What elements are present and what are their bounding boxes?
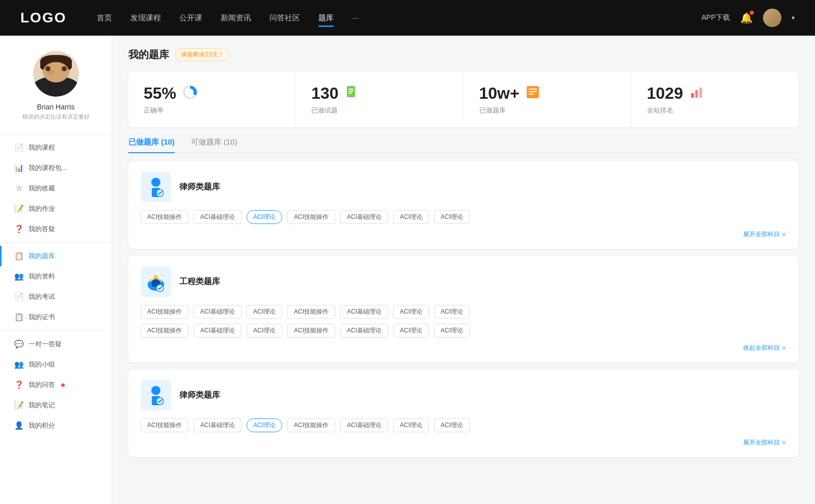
- bank-tag-2-0[interactable]: ACI技能操作: [141, 418, 188, 432]
- nav-link-发现课程[interactable]: 发现课程: [130, 13, 161, 23]
- bank-tag-2-3[interactable]: ACI技能操作: [287, 418, 335, 432]
- sidebar-item-icon-1: 📊: [14, 163, 23, 173]
- bank-tag-2-5[interactable]: ACI理论: [393, 418, 429, 432]
- sidebar-item-6[interactable]: 👥我的资料: [0, 266, 112, 287]
- nav-link-题库[interactable]: 题库: [318, 13, 334, 23]
- bank-tag-2-1[interactable]: ACI基础理论: [194, 418, 241, 432]
- bank-tag-0-0[interactable]: ACI技能操作: [141, 210, 188, 224]
- bank-tag-2-6[interactable]: ACI理论: [434, 418, 470, 432]
- stat-card-1: 130 已做试题: [296, 72, 464, 127]
- collapse-link-1[interactable]: 收起全部科目 ∧: [743, 344, 786, 351]
- sidebar-item-icon-6: 👥: [14, 272, 23, 281]
- sidebar-item-13[interactable]: 👤我的积分: [0, 415, 112, 436]
- bank-tags-2: ACI技能操作ACI基础理论ACI理论ACI技能操作ACI基础理论ACI理论AC…: [141, 418, 786, 432]
- sidebar-item-7[interactable]: 📄我的考试: [0, 287, 112, 307]
- svg-rect-11: [695, 90, 698, 98]
- bank-tag2-1-0[interactable]: ACI技能操作: [141, 324, 188, 338]
- bank-tag-1-2[interactable]: ACI理论: [247, 305, 282, 319]
- avatar[interactable]: [763, 9, 781, 27]
- notification-bell[interactable]: 🔔: [740, 12, 753, 24]
- sidebar-item-label-0: 我的课程: [29, 143, 55, 152]
- main-content: 我的题库 体验剩余23天！ 55% 正确率 130 已做试题 10w+ 已做题库…: [112, 36, 815, 504]
- tab-item-0[interactable]: 已做题库 (10): [128, 137, 175, 152]
- nav-link-新闻资讯[interactable]: 新闻资讯: [221, 13, 251, 23]
- bank-tag-0-6[interactable]: ACI理论: [434, 210, 470, 224]
- stat-icon-0: [182, 85, 198, 103]
- app-download-link[interactable]: APP下载: [701, 13, 730, 22]
- bank-tag-2-4[interactable]: ACI基础理论: [340, 418, 388, 432]
- tab-item-1[interactable]: 可做题库 (10): [191, 137, 237, 152]
- logo[interactable]: LOGO: [20, 10, 66, 26]
- stat-card-0: 55% 正确率: [128, 72, 296, 127]
- bank-tag-0-5[interactable]: ACI理论: [393, 210, 429, 224]
- bank-tag2-1-3[interactable]: ACI技能操作: [287, 324, 335, 338]
- sidebar-item-4[interactable]: ❓我的答疑: [0, 219, 112, 239]
- bank-tag-0-4[interactable]: ACI基础理论: [340, 210, 388, 224]
- sidebar-item-5[interactable]: 📋我的题库: [0, 246, 112, 266]
- svg-rect-7: [529, 89, 537, 90]
- bank-tag-1-3[interactable]: ACI技能操作: [287, 305, 335, 319]
- stat-label-0: 正确率: [144, 106, 280, 115]
- bank-tag-0-1[interactable]: ACI基础理论: [194, 210, 241, 224]
- sidebar-item-label-10: 我的小组: [29, 360, 55, 369]
- sidebar-item-label-13: 我的积分: [29, 421, 55, 430]
- sidebar-item-8[interactable]: 📋我的证书: [0, 307, 112, 327]
- sidebar-item-12[interactable]: 📝我的笔记: [0, 395, 112, 415]
- sidebar-item-0[interactable]: 📄我的课程: [0, 137, 112, 158]
- stats-row: 55% 正确率 130 已做试题 10w+ 已做题库 1029 全站排名: [128, 72, 799, 127]
- stat-icon-1: [345, 85, 359, 102]
- sidebar-item-11[interactable]: ❓我的问答: [0, 375, 112, 395]
- stat-label-3: 全站排名: [647, 106, 783, 115]
- bank-icon-0: [141, 172, 171, 202]
- sidebar-item-1[interactable]: 📊我的课程包...: [0, 158, 112, 178]
- bank-tag-1-4[interactable]: ACI基础理论: [340, 305, 388, 319]
- bank-tag-1-0[interactable]: ACI技能操作: [141, 305, 188, 319]
- stat-value-3: 1029: [647, 84, 683, 103]
- bank-tag2-1-4[interactable]: ACI基础理论: [340, 324, 388, 338]
- sidebar-item-10[interactable]: 👥我的小组: [0, 354, 112, 375]
- sidebar-item-label-8: 我的证书: [29, 313, 55, 322]
- bank-tag2-1-5[interactable]: ACI理论: [393, 324, 429, 338]
- bank-tag2-1-6[interactable]: ACI理论: [434, 324, 470, 338]
- bank-title-0: 律师类题库: [179, 182, 220, 192]
- bank-tag-0-3[interactable]: ACI技能操作: [287, 210, 335, 224]
- bank-tag-2-2[interactable]: ACI理论: [247, 418, 282, 432]
- chevron-down-icon[interactable]: ▾: [792, 14, 795, 21]
- sidebar-item-9[interactable]: 💬一对一答疑: [0, 334, 112, 354]
- svg-rect-4: [348, 91, 354, 92]
- bank-card-footer-1: 收起全部科目 ∧: [141, 343, 786, 352]
- expand-link-0[interactable]: 展开全部科目 ∨: [743, 231, 786, 238]
- sidebar-divider: [0, 330, 112, 331]
- sidebar-item-3[interactable]: 📝我的作业: [0, 199, 112, 219]
- avatar-image: [763, 9, 781, 27]
- bank-tag-1-6[interactable]: ACI理论: [434, 305, 470, 319]
- stat-value-0: 55%: [144, 84, 176, 103]
- navbar: LOGO 首页发现课程公开课新闻资讯问答社区题库··· APP下载 🔔 ▾: [0, 0, 815, 36]
- bank-tag-1-5[interactable]: ACI理论: [393, 305, 429, 319]
- sidebar-item-icon-0: 📄: [14, 143, 23, 152]
- sidebar-item-label-5: 我的题库: [29, 251, 55, 261]
- sidebar-item-icon-5: 📋: [14, 251, 23, 261]
- nav-link-问答社区[interactable]: 问答社区: [269, 13, 300, 23]
- nav-link-首页[interactable]: 首页: [97, 13, 112, 23]
- sidebar-avatar: [33, 51, 79, 97]
- sidebar-divider: [0, 242, 112, 243]
- svg-rect-9: [529, 94, 534, 95]
- navbar-right: APP下载 🔔 ▾: [701, 9, 795, 27]
- nav-link-公开课[interactable]: 公开课: [179, 13, 202, 23]
- sidebar-item-label-7: 我的考试: [29, 292, 55, 301]
- stat-icon-2: [526, 85, 540, 102]
- bank-tag-1-1[interactable]: ACI基础理论: [194, 305, 241, 319]
- bank-card-header-0: 律师类题库: [141, 172, 786, 202]
- nav-link-···[interactable]: ···: [352, 13, 359, 23]
- sidebar-item-label-2: 我的收藏: [29, 184, 55, 193]
- svg-point-20: [151, 386, 160, 395]
- bank-tag-0-2[interactable]: ACI理论: [247, 210, 282, 224]
- bank-tag2-1-2[interactable]: ACI理论: [247, 324, 282, 338]
- bank-card-header-1: 工程类题库: [141, 266, 786, 297]
- sidebar-menu: 📄我的课程📊我的课程包...☆我的收藏📝我的作业❓我的答疑📋我的题库👥我的资料📄…: [0, 137, 112, 436]
- sidebar-item-label-3: 我的作业: [29, 204, 55, 213]
- sidebar-item-2[interactable]: ☆我的收藏: [0, 178, 112, 199]
- bank-tag2-1-1[interactable]: ACI基础理论: [194, 324, 241, 338]
- expand-link-2[interactable]: 展开全部科目 ∨: [743, 439, 786, 446]
